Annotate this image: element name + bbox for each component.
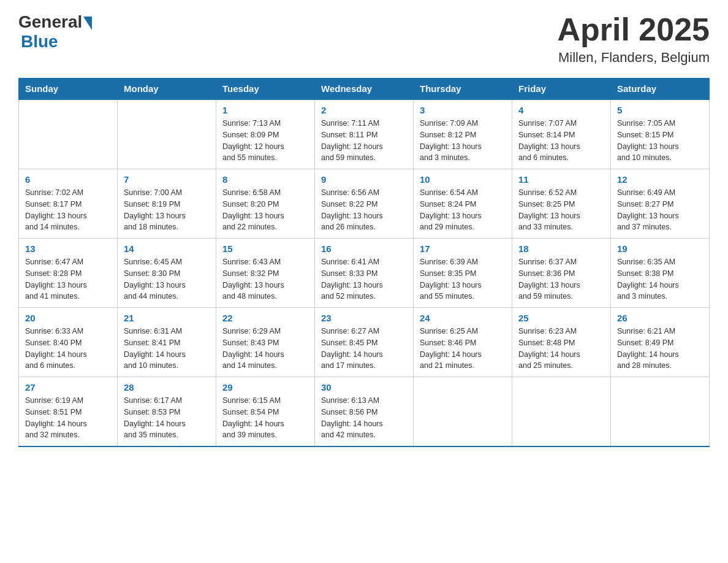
calendar-cell: 6Sunrise: 7:02 AMSunset: 8:17 PMDaylight… <box>19 169 118 239</box>
day-number: 16 <box>321 243 407 254</box>
calendar-cell: 19Sunrise: 6:35 AMSunset: 8:38 PMDayligh… <box>611 239 710 308</box>
day-number: 14 <box>124 243 210 254</box>
calendar-cell <box>19 99 118 169</box>
day-number: 15 <box>222 243 308 254</box>
calendar-cell: 11Sunrise: 6:52 AMSunset: 8:25 PMDayligh… <box>512 169 611 239</box>
calendar-week-row: 27Sunrise: 6:19 AMSunset: 8:51 PMDayligh… <box>19 377 710 447</box>
day-number: 21 <box>124 313 210 323</box>
day-info: Sunrise: 6:39 AMSunset: 8:35 PMDaylight:… <box>420 256 506 302</box>
calendar-cell: 29Sunrise: 6:15 AMSunset: 8:54 PMDayligh… <box>216 377 315 447</box>
calendar-cell: 8Sunrise: 6:58 AMSunset: 8:20 PMDaylight… <box>216 169 315 239</box>
day-number: 28 <box>124 382 210 393</box>
day-number: 18 <box>518 243 604 254</box>
day-number: 3 <box>420 105 506 115</box>
day-info: Sunrise: 6:43 AMSunset: 8:32 PMDaylight:… <box>222 256 308 302</box>
page-header: General Blue April 2025 Millen, Flanders… <box>18 12 710 66</box>
calendar-cell: 18Sunrise: 6:37 AMSunset: 8:36 PMDayligh… <box>512 239 611 308</box>
day-number: 10 <box>420 174 506 185</box>
day-info: Sunrise: 6:45 AMSunset: 8:30 PMDaylight:… <box>124 256 210 302</box>
day-info: Sunrise: 6:27 AMSunset: 8:45 PMDaylight:… <box>321 326 407 372</box>
calendar-cell: 21Sunrise: 6:31 AMSunset: 8:41 PMDayligh… <box>118 308 216 377</box>
day-number: 19 <box>617 243 703 254</box>
day-header-friday: Friday <box>512 79 611 100</box>
day-number: 17 <box>420 243 506 254</box>
calendar-cell: 9Sunrise: 6:56 AMSunset: 8:22 PMDaylight… <box>315 169 414 239</box>
day-info: Sunrise: 6:15 AMSunset: 8:54 PMDaylight:… <box>222 395 308 441</box>
day-number: 27 <box>25 382 111 393</box>
day-info: Sunrise: 6:21 AMSunset: 8:49 PMDaylight:… <box>617 326 703 372</box>
day-info: Sunrise: 6:58 AMSunset: 8:20 PMDaylight:… <box>222 187 308 233</box>
calendar-cell: 27Sunrise: 6:19 AMSunset: 8:51 PMDayligh… <box>19 377 118 447</box>
day-number: 13 <box>25 243 111 254</box>
day-number: 6 <box>25 174 111 185</box>
day-info: Sunrise: 7:09 AMSunset: 8:12 PMDaylight:… <box>420 118 506 164</box>
calendar-cell <box>118 99 216 169</box>
day-info: Sunrise: 6:23 AMSunset: 8:48 PMDaylight:… <box>518 326 604 372</box>
logo: General Blue <box>18 12 92 52</box>
day-number: 29 <box>222 382 308 393</box>
calendar-week-row: 13Sunrise: 6:47 AMSunset: 8:28 PMDayligh… <box>19 239 710 308</box>
logo-blue-text: Blue <box>21 32 58 52</box>
calendar-cell <box>611 377 710 447</box>
calendar-cell: 17Sunrise: 6:39 AMSunset: 8:35 PMDayligh… <box>414 239 512 308</box>
day-info: Sunrise: 6:33 AMSunset: 8:40 PMDaylight:… <box>25 326 111 372</box>
calendar-cell: 12Sunrise: 6:49 AMSunset: 8:27 PMDayligh… <box>611 169 710 239</box>
day-number: 12 <box>617 174 703 185</box>
day-number: 25 <box>518 313 604 323</box>
day-number: 8 <box>222 174 308 185</box>
day-info: Sunrise: 6:13 AMSunset: 8:56 PMDaylight:… <box>321 395 407 441</box>
calendar-cell: 5Sunrise: 7:05 AMSunset: 8:15 PMDaylight… <box>611 99 710 169</box>
calendar-table: SundayMondayTuesdayWednesdayThursdayFrid… <box>18 78 710 447</box>
calendar-cell: 25Sunrise: 6:23 AMSunset: 8:48 PMDayligh… <box>512 308 611 377</box>
day-info: Sunrise: 6:35 AMSunset: 8:38 PMDaylight:… <box>617 256 703 302</box>
day-header-saturday: Saturday <box>611 79 710 100</box>
day-number: 11 <box>518 174 604 185</box>
location-subtitle: Millen, Flanders, Belgium <box>557 50 710 66</box>
day-info: Sunrise: 6:37 AMSunset: 8:36 PMDaylight:… <box>518 256 604 302</box>
day-number: 7 <box>124 174 210 185</box>
day-info: Sunrise: 6:17 AMSunset: 8:53 PMDaylight:… <box>124 395 210 441</box>
calendar-cell: 3Sunrise: 7:09 AMSunset: 8:12 PMDaylight… <box>414 99 512 169</box>
day-number: 24 <box>420 313 506 323</box>
day-header-monday: Monday <box>118 79 216 100</box>
day-header-tuesday: Tuesday <box>216 79 315 100</box>
day-number: 26 <box>617 313 703 323</box>
day-number: 22 <box>222 313 308 323</box>
calendar-cell: 23Sunrise: 6:27 AMSunset: 8:45 PMDayligh… <box>315 308 414 377</box>
day-info: Sunrise: 7:11 AMSunset: 8:11 PMDaylight:… <box>321 118 407 164</box>
day-number: 23 <box>321 313 407 323</box>
calendar-cell: 7Sunrise: 7:00 AMSunset: 8:19 PMDaylight… <box>118 169 216 239</box>
calendar-week-row: 1Sunrise: 7:13 AMSunset: 8:09 PMDaylight… <box>19 99 710 169</box>
day-number: 9 <box>321 174 407 185</box>
day-info: Sunrise: 6:52 AMSunset: 8:25 PMDaylight:… <box>518 187 604 233</box>
day-number: 2 <box>321 105 407 115</box>
calendar-cell: 28Sunrise: 6:17 AMSunset: 8:53 PMDayligh… <box>118 377 216 447</box>
day-info: Sunrise: 7:13 AMSunset: 8:09 PMDaylight:… <box>222 118 308 164</box>
calendar-week-row: 20Sunrise: 6:33 AMSunset: 8:40 PMDayligh… <box>19 308 710 377</box>
logo-arrow-icon <box>83 17 92 30</box>
calendar-cell: 20Sunrise: 6:33 AMSunset: 8:40 PMDayligh… <box>19 308 118 377</box>
calendar-cell: 14Sunrise: 6:45 AMSunset: 8:30 PMDayligh… <box>118 239 216 308</box>
calendar-cell: 15Sunrise: 6:43 AMSunset: 8:32 PMDayligh… <box>216 239 315 308</box>
day-info: Sunrise: 6:19 AMSunset: 8:51 PMDaylight:… <box>25 395 111 441</box>
calendar-week-row: 6Sunrise: 7:02 AMSunset: 8:17 PMDaylight… <box>19 169 710 239</box>
day-info: Sunrise: 6:29 AMSunset: 8:43 PMDaylight:… <box>222 326 308 372</box>
calendar-cell: 24Sunrise: 6:25 AMSunset: 8:46 PMDayligh… <box>414 308 512 377</box>
day-number: 5 <box>617 105 703 115</box>
title-section: April 2025 Millen, Flanders, Belgium <box>557 12 710 66</box>
day-info: Sunrise: 6:31 AMSunset: 8:41 PMDaylight:… <box>124 326 210 372</box>
calendar-cell: 30Sunrise: 6:13 AMSunset: 8:56 PMDayligh… <box>315 377 414 447</box>
day-header-wednesday: Wednesday <box>315 79 414 100</box>
logo-general-text: General <box>18 12 82 32</box>
calendar-cell: 13Sunrise: 6:47 AMSunset: 8:28 PMDayligh… <box>19 239 118 308</box>
day-info: Sunrise: 7:07 AMSunset: 8:14 PMDaylight:… <box>518 118 604 164</box>
calendar-header-row: SundayMondayTuesdayWednesdayThursdayFrid… <box>19 79 710 100</box>
day-info: Sunrise: 6:41 AMSunset: 8:33 PMDaylight:… <box>321 256 407 302</box>
calendar-cell: 26Sunrise: 6:21 AMSunset: 8:49 PMDayligh… <box>611 308 710 377</box>
day-number: 30 <box>321 382 407 393</box>
day-info: Sunrise: 6:56 AMSunset: 8:22 PMDaylight:… <box>321 187 407 233</box>
day-number: 1 <box>222 105 308 115</box>
day-info: Sunrise: 6:47 AMSunset: 8:28 PMDaylight:… <box>25 256 111 302</box>
calendar-cell: 4Sunrise: 7:07 AMSunset: 8:14 PMDaylight… <box>512 99 611 169</box>
day-info: Sunrise: 6:49 AMSunset: 8:27 PMDaylight:… <box>617 187 703 233</box>
